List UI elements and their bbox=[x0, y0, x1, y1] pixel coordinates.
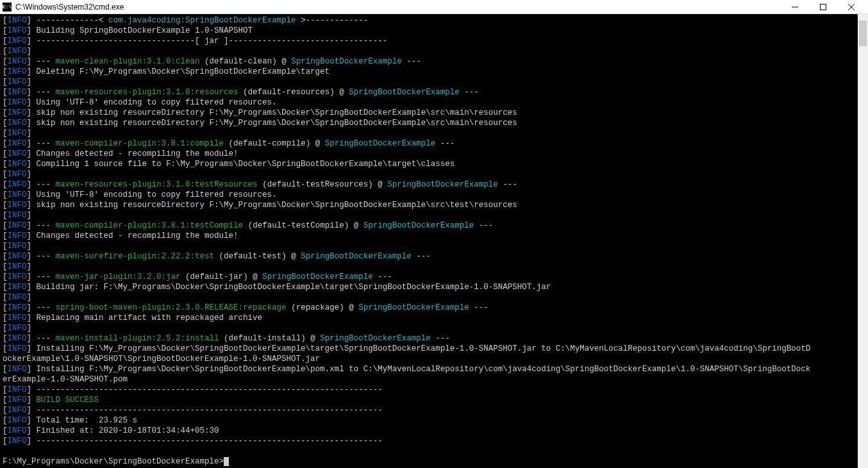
log-line: [INFO] Changes detected - recompiling th… bbox=[3, 149, 865, 159]
log-line bbox=[3, 446, 865, 456]
log-line: [INFO] Changes detected - recompiling th… bbox=[3, 231, 865, 241]
log-line: [INFO] --- maven-install-plugin:2.5.2:in… bbox=[3, 333, 865, 344]
window-title: C:\Windows\System32\cmd.exe bbox=[15, 3, 781, 12]
log-line: [INFO] bbox=[3, 46, 865, 56]
log-line: [INFO] Installing F:\My_Programs\Docker\… bbox=[3, 364, 865, 374]
log-line: [INFO] Using 'UTF-8' encoding to copy fi… bbox=[3, 190, 865, 200]
command-prompt[interactable]: F:\My_Programs\Docker\SpringBootDockerEx… bbox=[3, 456, 865, 467]
log-line: erExample-1.0-SNAPSHOT.pom bbox=[3, 374, 865, 385]
log-line: [INFO] Total time: 23.925 s bbox=[3, 415, 865, 426]
cmd-icon: C:\ bbox=[3, 3, 12, 12]
log-line: [INFO] ---------------------------------… bbox=[3, 385, 865, 395]
maximize-button[interactable] bbox=[809, 0, 837, 14]
log-line: [INFO] BUILD SUCCESS bbox=[3, 395, 865, 405]
log-line: [INFO] ---------------------------------… bbox=[3, 36, 865, 46]
log-line: [INFO] -------------< com.java4coding:Sp… bbox=[3, 15, 865, 26]
log-line: [INFO] bbox=[3, 262, 865, 272]
log-line: [INFO] --- maven-jar-plugin:3.2.0:jar (d… bbox=[3, 272, 865, 282]
scrollbar-thumb[interactable] bbox=[859, 21, 867, 46]
log-line: [INFO] bbox=[3, 210, 865, 221]
vertical-scrollbar[interactable] bbox=[858, 14, 868, 468]
log-line: [INFO] Using 'UTF-8' encoding to copy fi… bbox=[3, 97, 865, 108]
log-line: [INFO] skip non existing resourceDirecto… bbox=[3, 200, 865, 210]
log-line: [INFO] --- maven-surefire-plugin:2.22.2:… bbox=[3, 251, 865, 262]
log-line: [INFO] ---------------------------------… bbox=[3, 436, 865, 446]
log-line: [INFO] --- maven-compiler-plugin:3.8.1:c… bbox=[3, 138, 865, 149]
log-line: [INFO] skip non existing resourceDirecto… bbox=[3, 118, 865, 128]
log-line: [INFO] skip non existing resourceDirecto… bbox=[3, 108, 865, 118]
log-line: [INFO] bbox=[3, 169, 865, 180]
log-line: [INFO] Replacing main artifact with repa… bbox=[3, 313, 865, 323]
terminal-output[interactable]: [INFO] -------------< com.java4coding:Sp… bbox=[0, 14, 868, 468]
log-line: [INFO] --- maven-clean-plugin:3.1.0:clea… bbox=[3, 56, 865, 67]
log-line: ockerExample\1.0-SNAPSHOT\SpringBootDock… bbox=[3, 354, 865, 364]
log-line: [INFO] bbox=[3, 241, 865, 251]
log-line: [INFO] Installing F:\My_Programs\Docker\… bbox=[3, 344, 865, 354]
log-line: [INFO] bbox=[3, 77, 865, 87]
minimize-button[interactable] bbox=[781, 0, 809, 14]
log-line: [INFO] --- maven-resources-plugin:3.1.0:… bbox=[3, 180, 865, 190]
close-button[interactable] bbox=[837, 0, 865, 14]
log-line: [INFO] bbox=[3, 128, 865, 138]
log-line: [INFO] Deleting F:\My_Programs\Docker\Sp… bbox=[3, 67, 865, 77]
log-line: [INFO] --- spring-boot-maven-plugin:2.3.… bbox=[3, 303, 865, 313]
log-line: [INFO] bbox=[3, 292, 865, 303]
log-line: [INFO] Building SpringBootDockerExample … bbox=[3, 26, 865, 36]
log-line: [INFO] --- maven-compiler-plugin:3.8.1:t… bbox=[3, 221, 865, 231]
log-line: [INFO] Building jar: F:\My_Programs\Dock… bbox=[3, 282, 865, 292]
log-line: [INFO] --- maven-resources-plugin:3.1.0:… bbox=[3, 87, 865, 97]
log-line: [INFO] bbox=[3, 323, 865, 333]
log-line: [INFO] Compiling 1 source file to F:\My_… bbox=[3, 159, 865, 169]
window-titlebar: C:\ C:\Windows\System32\cmd.exe bbox=[0, 0, 868, 14]
log-line: [INFO] Finished at: 2020-10-18T01:34:44+… bbox=[3, 426, 865, 436]
svg-rect-1 bbox=[821, 4, 826, 10]
cursor-icon bbox=[224, 457, 229, 466]
log-line: [INFO] ---------------------------------… bbox=[3, 405, 865, 415]
